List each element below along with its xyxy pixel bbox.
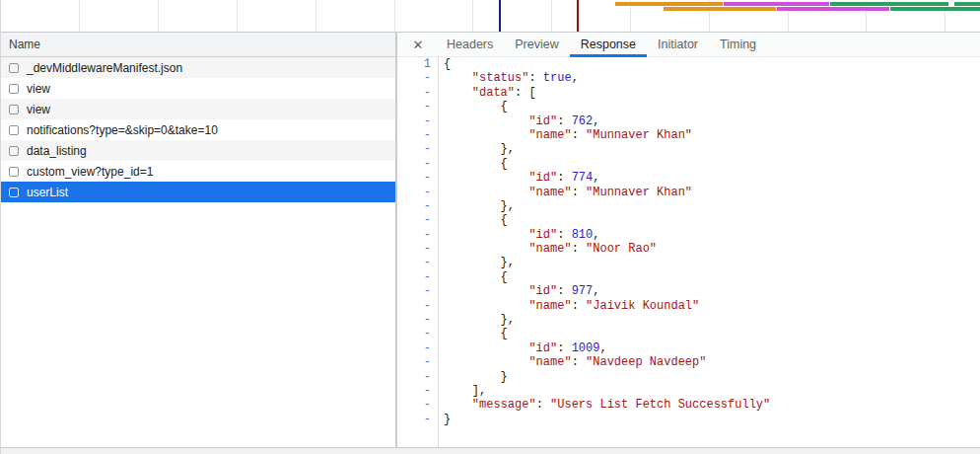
response-body-viewer[interactable]: 1{- "status": true,- "data": [- {- "id":…	[397, 57, 980, 447]
network-overview-timeline[interactable]	[1, 0, 980, 33]
timeline-gridline	[237, 0, 238, 32]
line-number: -	[397, 327, 438, 340]
code-line: - "id": 977,	[397, 284, 980, 298]
code-text: },	[438, 199, 515, 213]
line-number: -	[397, 199, 438, 213]
code-line: - },	[397, 199, 980, 213]
code-line: - },	[397, 256, 980, 269]
bottom-toolbar	[1, 447, 980, 454]
code-line: - "name": "Jaivik Koundal"	[397, 299, 980, 313]
line-number: -	[397, 270, 438, 284]
requests-panel: Name _devMiddlewareManifest.jsonviewview…	[1, 33, 395, 447]
load-event-marker	[577, 0, 579, 32]
resource-type-icon	[9, 188, 19, 197]
timeline-gridline	[472, 0, 473, 32]
timeline-gridline	[158, 0, 159, 32]
request-row[interactable]: view	[1, 78, 395, 99]
code-text: {	[438, 100, 508, 114]
request-rows: _devMiddlewareManifest.jsonviewviewnotif…	[1, 57, 395, 202]
tab-headers[interactable]: Headers	[436, 33, 504, 56]
code-text: "name": "Navdeep Navdeep"	[438, 355, 706, 369]
line-number: -	[397, 413, 438, 426]
line-number: -	[397, 355, 438, 369]
request-name-label: view	[27, 103, 50, 116]
code-line: - ],	[397, 384, 980, 398]
dom-content-loaded-marker	[499, 0, 501, 32]
waterfall-bar	[724, 2, 830, 6]
resource-type-icon	[9, 146, 19, 156]
line-number: -	[397, 142, 438, 156]
request-name-label: view	[27, 82, 50, 96]
code-text: {	[438, 157, 508, 171]
code-line: - "name": "Navdeep Navdeep"	[397, 355, 980, 369]
code-line: - "name": "Munnaver Khan"	[397, 186, 980, 199]
code-line: - {	[397, 213, 980, 227]
resource-type-icon	[9, 125, 19, 135]
request-row[interactable]: data_listing	[1, 140, 395, 161]
line-number: -	[397, 213, 438, 227]
details-tabs: HeadersPreviewResponseInitiatorTiming	[436, 33, 767, 56]
line-number: -	[397, 256, 438, 269]
code-text: "data": [	[438, 86, 536, 100]
code-line: - "message": "Users List Fetch Successfu…	[397, 398, 980, 412]
code-text: "name": "Munnaver Khan"	[438, 128, 692, 142]
line-number: -	[397, 114, 438, 128]
code-line: - },	[397, 142, 980, 156]
request-row[interactable]: _devMiddlewareManifest.json	[1, 57, 395, 78]
request-row[interactable]: userList	[1, 182, 395, 202]
code-line: - "id": 774,	[397, 171, 980, 185]
line-number: -	[397, 157, 438, 171]
code-text: }	[438, 413, 451, 426]
resource-type-icon	[9, 84, 19, 94]
tab-initiator[interactable]: Initiator	[647, 33, 709, 56]
request-name-label: notifications?type=&skip=0&take=10	[27, 123, 218, 137]
close-icon[interactable]: ✕	[410, 33, 426, 56]
resource-type-icon	[9, 105, 19, 114]
code-text: {	[438, 57, 451, 71]
tab-timing[interactable]: Timing	[709, 33, 767, 56]
request-name-label: data_listing	[27, 144, 87, 158]
code-text: "id": 810,	[438, 228, 599, 242]
line-number: -	[397, 284, 438, 298]
line-number: -	[397, 171, 438, 185]
code-line: - "id": 762,	[397, 114, 980, 128]
name-column-label: Name	[9, 38, 40, 51]
tab-response[interactable]: Response	[570, 33, 647, 56]
gutter-divider	[438, 57, 439, 447]
waterfall-bar	[890, 7, 980, 11]
waterfall-bar	[615, 2, 724, 6]
code-text: },	[438, 142, 515, 156]
line-number: -	[397, 398, 438, 412]
request-row[interactable]: notifications?type=&skip=0&take=10	[1, 119, 395, 140]
waterfall-bar	[777, 7, 889, 11]
line-number: -	[397, 384, 438, 398]
code-text: ],	[438, 384, 486, 398]
code-text: "id": 762,	[438, 114, 599, 128]
name-column-header[interactable]: Name	[1, 33, 395, 57]
line-number: -	[397, 313, 438, 327]
code-text: {	[438, 213, 508, 227]
waterfall-bar	[664, 7, 777, 11]
code-text: "message": "Users List Fetch Successfull…	[438, 398, 770, 412]
timeline-gridline	[315, 0, 316, 32]
line-number: -	[397, 370, 438, 384]
request-row[interactable]: custom_view?type_id=1	[1, 161, 395, 182]
line-number: -	[397, 186, 438, 199]
tab-preview[interactable]: Preview	[504, 33, 569, 56]
code-line: -}	[397, 413, 980, 426]
code-line: - "id": 1009,	[397, 341, 980, 355]
code-text: {	[438, 327, 508, 340]
code-line: - "data": [	[397, 86, 980, 100]
request-row[interactable]: view	[1, 99, 395, 119]
line-number: -	[397, 299, 438, 313]
code-line: - {	[397, 157, 980, 171]
code-line: - {	[397, 327, 980, 340]
line-number: -	[397, 128, 438, 142]
code-text: "name": "Munnaver Khan"	[438, 186, 692, 199]
timeline-gridline	[394, 0, 395, 32]
code-text: "name": "Noor Rao"	[438, 242, 657, 256]
timeline-gridline	[79, 0, 80, 32]
code-line: - },	[397, 313, 980, 327]
line-number: 1	[397, 57, 438, 71]
code-line: - "status": true,	[397, 71, 980, 85]
